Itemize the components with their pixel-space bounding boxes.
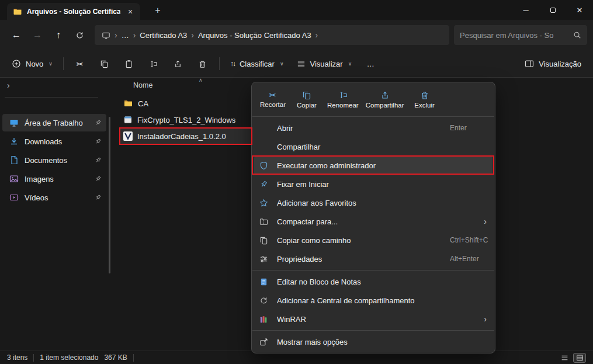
quick-cut-button[interactable]: ✂ Recortar: [256, 85, 289, 113]
menu-item-editar-no-bloco-de-notas[interactable]: Editar no Bloco de Notas: [254, 272, 493, 291]
notepad-icon: [259, 278, 268, 286]
view-button-label: Visualizar: [310, 60, 343, 68]
quick-copy-button[interactable]: Copiar: [290, 85, 323, 113]
plus-circle-icon: [12, 59, 21, 68]
pin-icon: [95, 119, 102, 126]
toolbar-divider: [63, 57, 64, 70]
star-icon: [259, 199, 268, 207]
list-view-button[interactable]: [558, 353, 571, 363]
menu-item-winrar[interactable]: WinRAR ›: [254, 310, 493, 328]
menu-item-compactar-para[interactable]: Compactar para... ›: [254, 212, 493, 231]
file-row-ca[interactable]: CA: [119, 95, 252, 112]
menu-divider: [252, 270, 494, 271]
menu-item-propriedades[interactable]: Propriedades Alt+Enter: [254, 249, 493, 268]
more-options-button[interactable]: …: [359, 54, 382, 74]
quick-delete-button[interactable]: Excluir: [408, 85, 441, 113]
paste-button[interactable]: [117, 54, 141, 74]
new-tab-button[interactable]: +: [151, 4, 165, 17]
this-pc-icon[interactable]: [102, 31, 110, 40]
refresh-button[interactable]: [69, 25, 90, 45]
show-more-icon: [259, 338, 268, 346]
menu-item-copiar-como-caminho[interactable]: Copiar como caminho Ctrl+Shift+C: [254, 231, 493, 249]
preview-pane-icon: [525, 59, 534, 68]
shortcut-label: Ctrl+Shift+C: [450, 236, 488, 244]
share-icon: [174, 60, 182, 68]
copy-button[interactable]: [93, 54, 116, 74]
maximize-button[interactable]: [539, 0, 566, 20]
close-button[interactable]: ✕: [566, 0, 593, 20]
cut-button[interactable]: ✂: [68, 54, 92, 74]
back-button[interactable]: ←: [6, 25, 27, 45]
sidebar-item-documents[interactable]: Documentos: [2, 151, 106, 169]
view-button[interactable]: Visualizar ∨: [291, 55, 358, 73]
quick-rename-button[interactable]: Renomear: [324, 85, 362, 113]
details-view-button[interactable]: [573, 353, 586, 363]
file-row-instaladorcadeias[interactable]: InstaladorCadeias_1.0.2.0: [119, 128, 252, 144]
installer-v-icon: [123, 131, 133, 141]
rename-icon: [338, 91, 348, 100]
breadcrumb-chevron-icon: ›: [315, 30, 318, 40]
delete-button[interactable]: [191, 54, 214, 74]
rename-icon: [149, 60, 158, 68]
breadcrumb-ellipsis[interactable]: …: [122, 31, 129, 40]
menu-item-compartilhar[interactable]: Compartilhar: [254, 137, 493, 156]
properties-sliders-icon: [259, 255, 268, 264]
breadcrumb-segment-current[interactable]: Arquivos - Solução Certificado A3: [198, 31, 311, 40]
breadcrumb-chevron-icon: ›: [133, 30, 136, 40]
explorer-tab[interactable]: Arquivos - Solução Certificado ×: [7, 3, 140, 20]
menu-item-adicionar-aos-favoritos[interactable]: Adicionar aos Favoritos: [254, 193, 493, 212]
shortcut-label: Enter: [450, 124, 467, 132]
breadcrumb-chevron-icon: ›: [115, 30, 117, 40]
sort-ascending-icon: ∧: [199, 77, 203, 83]
status-divider: [33, 354, 34, 362]
sidebar-item-label: Downloads: [25, 137, 62, 146]
quick-actions-row: ✂ Recortar Copiar Renomear Compartilhar …: [252, 84, 495, 115]
sidebar-item-desktop[interactable]: Área de Trabalho: [2, 114, 106, 131]
share-button[interactable]: [167, 54, 190, 74]
cut-icon: ✂: [269, 91, 277, 99]
search-icon[interactable]: [573, 31, 581, 39]
sort-button[interactable]: ↑↓ Classificar ∨: [224, 55, 290, 73]
file-name: FixCrypto_TLS1_2_Windows: [137, 116, 235, 124]
rename-button[interactable]: [142, 54, 165, 74]
sidebar-item-pictures[interactable]: Imagens: [2, 170, 106, 188]
title-bar: Arquivos - Solução Certificado × + ─ ✕: [0, 0, 593, 20]
file-row-fixcrypto[interactable]: FixCrypto_TLS1_2_Windows: [119, 112, 252, 128]
menu-item-adicionar-central-compartilhamento[interactable]: Adicionar à Central de compartilhamento: [254, 291, 493, 310]
preview-toggle-label: Visualização: [539, 60, 581, 68]
context-menu: ✂ Recortar Copiar Renomear Compartilhar …: [251, 82, 495, 353]
up-button[interactable]: ↑: [48, 25, 69, 45]
search-input[interactable]: [460, 31, 570, 40]
tab-close-icon[interactable]: ×: [125, 6, 136, 17]
breadcrumb-segment[interactable]: Certificado A3: [140, 31, 187, 40]
trash-icon: [420, 91, 429, 100]
preview-toggle-button[interactable]: Visualização: [519, 54, 587, 73]
status-divider: [133, 354, 134, 362]
forward-button[interactable]: →: [27, 25, 48, 45]
vertical-scrollbar[interactable]: [109, 117, 110, 273]
breadcrumb: › … › Certificado A3 › Arquivos - Soluçã…: [95, 25, 449, 45]
details-view-icon: [576, 354, 584, 362]
folder-icon: [123, 99, 133, 108]
new-button[interactable]: Novo ∨: [6, 54, 58, 73]
breadcrumb-chevron-icon: ›: [191, 30, 194, 40]
sidebar-item-label: Área de Trabalho: [25, 119, 83, 127]
menu-item-executar-como-administrador[interactable]: Executar como administrador: [254, 156, 493, 175]
tree-expand-icon[interactable]: ›: [7, 81, 10, 90]
pin-icon: [95, 175, 102, 182]
copy-icon: [100, 60, 109, 68]
submenu-chevron-icon: ›: [484, 314, 487, 324]
quick-share-button[interactable]: Compartilhar: [363, 85, 407, 113]
menu-item-abrir[interactable]: Abrir Enter: [254, 119, 493, 137]
sidebar-item-downloads[interactable]: Downloads: [2, 133, 106, 150]
menu-divider: [252, 330, 494, 331]
item-count: 3 itens: [7, 353, 27, 362]
sort-icon: ↑↓: [230, 60, 235, 68]
new-button-label: Novo: [26, 60, 43, 68]
search-box: [454, 25, 587, 45]
minimize-button[interactable]: ─: [512, 0, 539, 20]
sidebar-item-videos[interactable]: Vídeos: [2, 189, 106, 206]
menu-item-mostrar-mais-opcoes[interactable]: Mostrar mais opções: [254, 332, 493, 351]
menu-item-fixar-em-iniciar[interactable]: Fixar em Iniciar: [254, 175, 493, 193]
navigation-bar: ← → ↑ › … › Certificado A3 › Arquivos - …: [0, 20, 593, 50]
